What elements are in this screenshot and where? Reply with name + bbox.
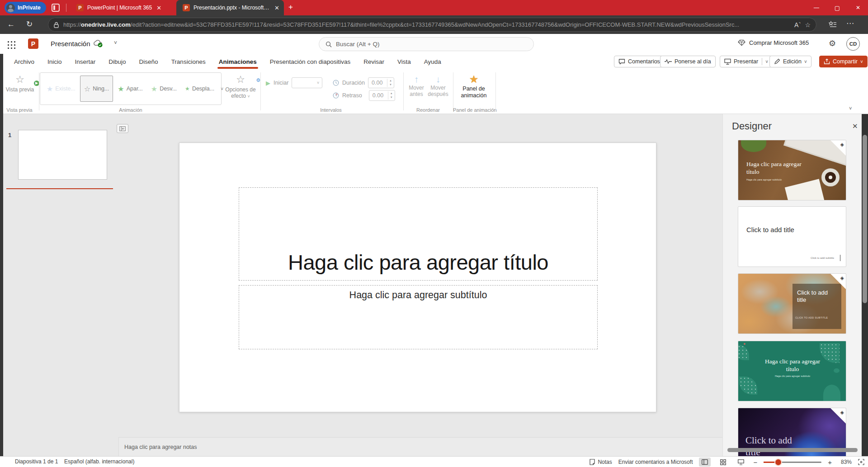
tab-revisar[interactable]: Revisar: [363, 58, 385, 65]
present-button[interactable]: Presentar ˅: [720, 56, 773, 67]
browser-toolbar: ← ↻ https://onedrive.live.com/edit?actio…: [0, 15, 868, 34]
slide-canvas[interactable]: Haga clic para agregar título Haga clic …: [179, 143, 656, 412]
refresh-icon[interactable]: ↻: [26, 19, 33, 29]
designer-title: Designer: [732, 120, 772, 132]
powerpoint-logo[interactable]: P: [28, 38, 38, 49]
vertical-scrollbar[interactable]: [863, 135, 867, 303]
collapse-thumbnail-pane-button[interactable]: [117, 124, 128, 133]
effect-options-label: Opciones de efecto: [225, 86, 255, 99]
zoom-in-button[interactable]: +: [828, 458, 832, 466]
tab-animaciones[interactable]: Animaciones: [218, 58, 257, 65]
language-status[interactable]: Español (alfab. internacional): [64, 458, 134, 465]
share-button[interactable]: Compartir ˅: [819, 56, 868, 67]
favorites-bar-icon[interactable]: [829, 21, 837, 28]
maximize-button[interactable]: ▢: [827, 0, 847, 15]
tab-ayuda[interactable]: Ayuda: [424, 58, 442, 65]
duration-input[interactable]: 0.00 ▲▼: [368, 77, 394, 88]
animation-pane-button[interactable]: ★ Panel de animación: [455, 73, 493, 99]
browser-menu-icon[interactable]: ⋯: [846, 19, 854, 28]
gear-icon[interactable]: ⚙: [829, 38, 836, 48]
animation-existe[interactable]: ★ Existe...: [43, 76, 79, 102]
tab-actions-icon[interactable]: [52, 4, 60, 12]
group-label-animacion: Animación: [40, 107, 222, 113]
animation-aparecer[interactable]: ★ Apar...: [114, 76, 146, 102]
account-avatar[interactable]: CD: [846, 37, 860, 51]
animation-desplazar[interactable]: ★ Despla...: [181, 76, 218, 102]
new-tab-button[interactable]: +: [288, 3, 293, 12]
browser-tab-powerpoint[interactable]: P PowerPoint | Microsoft 365 ✕: [70, 0, 175, 15]
url-text[interactable]: https://onedrive.live.com/edit?action=ed…: [63, 21, 790, 28]
buy-microsoft365-button[interactable]: Comprar Microsoft 365: [738, 39, 809, 46]
tab-inicio[interactable]: Inicio: [47, 58, 62, 65]
chevron-down-icon: ˅: [860, 59, 863, 64]
editing-mode-button[interactable]: Edición ˅: [769, 56, 811, 67]
designer-horizontal-scrollbar[interactable]: [727, 448, 858, 452]
tab-insertar[interactable]: Insertar: [75, 58, 96, 65]
zoom-slider[interactable]: [764, 462, 821, 463]
close-tab-icon[interactable]: ✕: [274, 5, 279, 11]
tab-diseno[interactable]: Diseño: [139, 58, 159, 65]
zoom-percentage[interactable]: 83%: [838, 459, 852, 465]
move-later-button[interactable]: ↓ Mover después: [427, 74, 449, 97]
tab-transiciones[interactable]: Transiciones: [171, 58, 206, 65]
design-suggestion-1[interactable]: Haga clic para agregar título Haga clic …: [738, 140, 846, 200]
feedback-link[interactable]: Enviar comentarios a Microsoft: [618, 459, 693, 465]
address-bar[interactable]: https://onedrive.live.com/edit?action=ed…: [48, 18, 816, 32]
minimize-button[interactable]: —: [807, 0, 826, 15]
zoom-slider-knob[interactable]: [775, 459, 781, 465]
animation-ninguna[interactable]: ☆ Ning...: [80, 76, 113, 102]
slideshow-view-button[interactable]: [735, 457, 747, 467]
favorite-star-icon[interactable]: ☆: [805, 21, 811, 29]
catch-up-button[interactable]: Ponerse al día: [660, 56, 716, 67]
close-window-button[interactable]: ✕: [848, 0, 868, 15]
slide-count[interactable]: Diapositiva 1 de 1: [15, 458, 58, 465]
subtitle-placeholder[interactable]: Haga clic para agregar subtítulo: [239, 285, 598, 349]
app-launcher-icon[interactable]: [6, 40, 15, 49]
slide-insert-indicator: [6, 188, 113, 189]
move-earlier-button[interactable]: ↑ Mover antes: [405, 74, 428, 97]
design-suggestion-4[interactable]: Haga clic para agregar título Haga clic …: [738, 341, 846, 401]
spinner-arrows-icon[interactable]: ▲▼: [388, 91, 395, 100]
slide-thumbnail-1[interactable]: [18, 130, 107, 180]
notes-area[interactable]: Haga clic para agregar notas: [118, 437, 722, 456]
effect-options-button[interactable]: ☆ Opciones de efecto ˅: [224, 73, 257, 100]
design-suggestion-3[interactable]: Click to add title CLICK TO ADD SUBTITLE…: [738, 273, 846, 334]
ribbon: ☆ Vista previa Vista previa ★ Existe... …: [0, 69, 868, 114]
tab-vista[interactable]: Vista: [397, 58, 411, 65]
delay-label: Retraso: [342, 92, 362, 99]
search-input[interactable]: Buscar (Alt + Q): [319, 37, 534, 51]
document-title[interactable]: Presentación: [51, 40, 90, 48]
tab-dibujo[interactable]: Dibujo: [108, 58, 126, 65]
saved-cloud-icon[interactable]: [93, 39, 104, 48]
animation-gallery: ★ Existe... ☆ Ning... ★ Apar... ★ Desv..…: [40, 72, 222, 105]
collapse-ribbon-icon[interactable]: ˅: [849, 105, 852, 111]
close-tab-icon[interactable]: ✕: [156, 5, 161, 11]
design-suggestion-2[interactable]: Click to add title Click to add subtitle: [738, 206, 846, 267]
animation-desvanecer[interactable]: ★ Desv...: [147, 76, 180, 102]
back-icon[interactable]: ←: [7, 19, 15, 29]
comments-button[interactable]: Comentarios: [614, 56, 665, 67]
fit-to-window-icon[interactable]: [858, 459, 864, 465]
spinner-arrows-icon[interactable]: ▲▼: [387, 79, 394, 87]
title-placeholder[interactable]: Haga clic para agregar título: [239, 187, 598, 281]
preview-button[interactable]: ☆ Vista previa: [4, 73, 36, 93]
close-designer-icon[interactable]: ✕: [852, 122, 858, 130]
start-dropdown[interactable]: ˅: [292, 77, 322, 88]
chevron-down-icon[interactable]: ˅: [114, 40, 117, 46]
premium-diamond-icon: ◈: [840, 275, 844, 281]
chevron-down-icon[interactable]: ˅: [762, 58, 768, 65]
delay-input[interactable]: 0.00 ▲▼: [369, 90, 395, 101]
design-title-text: Haga clic para agregar título: [746, 160, 805, 176]
normal-view-button[interactable]: [699, 457, 711, 467]
tab-archivo[interactable]: Archivo: [14, 58, 35, 65]
browser-tab-presentation[interactable]: P Presentación.pptx - Microsoft Pow ✕: [176, 0, 284, 15]
notes-toggle[interactable]: Notas: [590, 459, 612, 465]
status-bar-right: Notas Enviar comentarios a Microsoft: [590, 457, 864, 467]
inprivate-badge[interactable]: InPrivate: [5, 2, 46, 14]
gallery-expand-icon[interactable]: ˅: [221, 86, 223, 91]
slide-sorter-view-button[interactable]: [717, 457, 729, 467]
zoom-out-button[interactable]: −: [753, 458, 757, 466]
design-title-text: Haga clic para agregar título: [763, 357, 822, 373]
read-aloud-icon[interactable]: A⌝: [794, 21, 801, 29]
tab-presentacion-con-diapositivas[interactable]: Presentación con diapositivas: [269, 58, 351, 65]
